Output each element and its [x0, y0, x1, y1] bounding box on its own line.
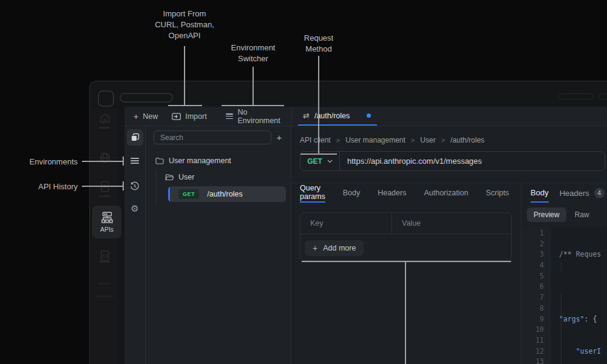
search-input[interactable] [154, 130, 271, 144]
method-value: GET [307, 157, 322, 166]
window-titlebar-pill [120, 93, 173, 103]
response-tab-body[interactable]: Body [531, 183, 549, 203]
request-tab-bar: ⇄ /auth/roles [291, 107, 607, 126]
history-icon [130, 181, 140, 191]
ghost-bar-1 [98, 283, 111, 285]
request-header: API client > User management > User > /a… [291, 126, 607, 183]
plus-icon: + [134, 112, 138, 121]
tab-headers[interactable]: Headers [378, 183, 406, 203]
plus-icon: + [277, 132, 282, 143]
tab-scripts[interactable]: Scripts [486, 183, 509, 203]
annotation-import-from: Import From CURL, Postman, OpenAPI [136, 8, 233, 41]
screenshot-stage: APIs + New Import [0, 0, 607, 364]
toolbar: + New Import No Environment [124, 107, 607, 126]
environment-switcher-button[interactable]: No Environment [226, 108, 291, 125]
globe-icon[interactable] [92, 151, 118, 164]
response-tab-headers[interactable]: Headers 4 [560, 183, 605, 203]
response-tabs: Body Headers 4 [521, 183, 607, 203]
callout-cap-params-area [302, 261, 511, 262]
panel-icon-rail: ⚙ [124, 126, 146, 364]
breadcrumb-item[interactable]: User [420, 136, 435, 144]
environments-icon [131, 158, 139, 164]
unsaved-dot-icon [367, 113, 371, 118]
collections-icon [131, 133, 140, 142]
tree-folder-user[interactable]: User [146, 169, 291, 185]
environments-button[interactable] [124, 158, 145, 164]
breadcrumb-item[interactable]: User management [345, 136, 405, 144]
callout-line-environments [82, 161, 123, 162]
apis-label: APIs [100, 226, 114, 233]
callout-cap-request-method [300, 153, 337, 155]
tab-query-params[interactable]: Query params [300, 183, 325, 203]
breadcrumb: API client > User management > User > /a… [300, 136, 607, 144]
tree-request-path: /auth/roles [207, 190, 242, 198]
raw-toggle[interactable]: Raw [575, 211, 589, 219]
chevron-down-icon [327, 160, 333, 163]
environment-switcher-label: No Environment [237, 108, 291, 125]
toolbar-left: + New Import No Environment [124, 107, 291, 126]
indent-guide [561, 294, 561, 364]
callout-tick-environments [123, 157, 124, 166]
folder-icon [155, 157, 164, 164]
swap-arrows-icon: ⇄ [303, 111, 310, 120]
headers-count-badge: 4 [594, 188, 605, 198]
document-icon[interactable] [92, 180, 118, 194]
callout-line-request-method [318, 56, 319, 153]
response-headers-label: Headers [560, 189, 589, 198]
window-logo-placeholder [98, 90, 114, 107]
params-table-header: Key Value [300, 213, 511, 234]
value-column-header[interactable]: Value [392, 213, 421, 234]
window-titlebar-pill-right-2 [599, 93, 607, 99]
selected-indicator [168, 186, 170, 202]
sidebar-item-apis[interactable]: APIs [92, 206, 121, 238]
annotation-environments: Environments [0, 157, 78, 167]
new-button-label: New [143, 112, 158, 121]
request-tab[interactable]: ⇄ /auth/roles [298, 107, 377, 126]
url-bar: GET https://api.anthropic.com/v1/message… [300, 151, 605, 171]
tab-authorization[interactable]: Authorization [424, 183, 468, 203]
request-tree: User management User GET /auth/roles [146, 152, 291, 202]
response-view-toggle: Preview Raw [521, 203, 607, 227]
plus-icon: + [313, 243, 317, 253]
new-button[interactable]: + New [134, 112, 158, 121]
file-code-label-bar [99, 261, 110, 263]
request-tab-title: /auth/roles [314, 112, 350, 120]
import-icon [172, 113, 181, 120]
api-history-button[interactable] [124, 181, 145, 191]
request-tabs: Query params Body Headers Authorization … [291, 183, 521, 203]
add-request-button[interactable]: + [271, 132, 287, 143]
preview-toggle[interactable]: Preview [527, 207, 566, 222]
add-more-button[interactable]: + Add more [305, 240, 364, 256]
callout-cap-environment-switcher [222, 105, 284, 106]
breadcrumb-item[interactable]: /auth/roles [450, 136, 484, 144]
request-main: API client > User management > User > /a… [291, 126, 607, 364]
callout-line-params-area [405, 261, 406, 364]
gear-icon: ⚙ [131, 204, 138, 214]
home-label-bar [99, 127, 110, 129]
annotation-request-method: Request Method [282, 33, 355, 55]
query-params-table: Key Value + Add more [300, 212, 512, 261]
window-titlebar-pill-right [558, 93, 594, 99]
breadcrumb-separator: > [441, 136, 445, 144]
indent-guide [561, 261, 561, 271]
tree-request-auth-roles[interactable]: GET /auth/roles [168, 186, 286, 202]
key-column-header[interactable]: Key [300, 213, 392, 234]
folder-open-icon [165, 174, 174, 181]
menu-icon [226, 113, 234, 119]
tree-guide-line [156, 170, 157, 205]
import-button[interactable]: Import [172, 112, 206, 121]
line-number-gutter: 1 2 3 4 5 6 7 8 9 10 11 [521, 227, 551, 364]
tree-folder-label: User management [169, 157, 231, 165]
breadcrumb-item[interactable]: API client [300, 136, 331, 144]
collections-button[interactable] [127, 129, 143, 146]
response-code-viewer[interactable]: 1 2 3 4 5 6 7 8 9 10 11 [521, 227, 607, 364]
collections-sidebar: + User management [146, 126, 291, 364]
tab-body[interactable]: Body [343, 183, 361, 203]
document-label-bar [99, 195, 110, 197]
code-lines: /** Reques "args": { "userI }, "headers"… [551, 227, 607, 364]
tree-folder-user-management[interactable]: User management [146, 152, 291, 169]
url-input[interactable]: https://api.anthropic.com/v1/messages [340, 157, 482, 166]
home-icon[interactable] [92, 112, 118, 125]
callout-cap-import [168, 105, 202, 106]
settings-button[interactable]: ⚙ [124, 204, 145, 214]
